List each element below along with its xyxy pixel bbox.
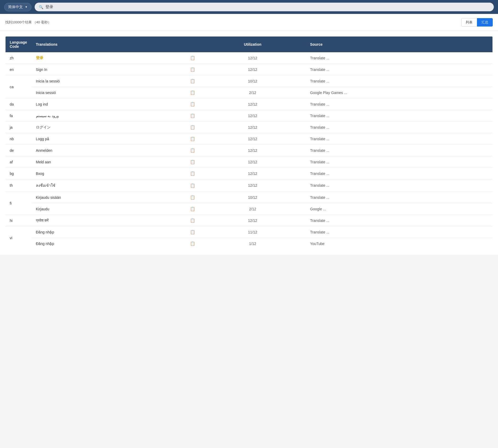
results-text: 找到10000个结果 （40 毫秒） xyxy=(5,20,51,25)
translation-text: ログイン xyxy=(36,125,188,130)
view-buttons: 列表 汇总 xyxy=(461,18,493,27)
lang-code-cell: de xyxy=(6,145,32,156)
translation-text: प्रवेश करें xyxy=(36,218,188,223)
utilization-cell: 2/12 xyxy=(199,87,306,98)
source-cell: Translate ... xyxy=(306,226,493,238)
source-cell: Translate ... xyxy=(306,110,493,122)
lang-code-cell: hi xyxy=(6,215,32,226)
chevron-down-icon: ▼ xyxy=(25,6,28,8)
lang-code-cell: ja xyxy=(6,122,32,133)
utilization-cell: 10/12 xyxy=(199,75,306,87)
translation-cell: Logg på 📋 xyxy=(32,133,199,145)
copy-icon[interactable]: 📋 xyxy=(190,195,195,200)
table-header-row: LanguageCode Translations Utilization So… xyxy=(6,37,493,53)
translation-text: Sign In xyxy=(36,67,188,72)
copy-icon[interactable]: 📋 xyxy=(190,102,195,107)
language-selector[interactable]: 简体中文 ▼ xyxy=(4,3,31,11)
copy-icon[interactable]: 📋 xyxy=(190,136,195,141)
utilization-cell: 11/12 xyxy=(199,226,306,238)
copy-icon[interactable]: 📋 xyxy=(190,171,195,176)
translation-cell: Bxog 📋 xyxy=(32,168,199,179)
translation-text: Kirjaudu xyxy=(36,207,188,211)
translation-cell: Kirjaudu 📋 xyxy=(32,203,199,215)
table-row: ca Inicia la sessió 📋 10/12Translate ... xyxy=(6,75,493,87)
utilization-cell: 12/12 xyxy=(199,122,306,133)
translation-cell: Kirjaudu sisään 📋 xyxy=(32,192,199,203)
source-cell: Google Play Games ... xyxy=(306,87,493,98)
copy-icon[interactable]: 📋 xyxy=(190,125,195,130)
view-summary-button[interactable]: 汇总 xyxy=(477,18,493,27)
utilization-cell: 12/12 xyxy=(199,52,306,64)
copy-icon[interactable]: 📋 xyxy=(190,79,195,84)
view-list-button[interactable]: 列表 xyxy=(461,18,477,27)
translation-text: ورود به سیستم xyxy=(36,114,188,118)
search-input[interactable] xyxy=(45,5,490,9)
table-row: hi प्रवेश करें 📋 12/12Translate ... xyxy=(6,215,493,226)
translation-text: Logg på xyxy=(36,137,188,141)
source-cell: Translate ... xyxy=(306,179,493,192)
source-cell: Translate ... xyxy=(306,52,493,64)
translation-text: Meld aan xyxy=(36,160,188,164)
table-row: Inicia sessió 📋 2/12Google Play Games ..… xyxy=(6,87,493,98)
lang-code-cell: da xyxy=(6,98,32,110)
lang-code-cell: fi xyxy=(6,192,32,215)
source-cell: Translate ... xyxy=(306,122,493,133)
translation-cell: Anmelden 📋 xyxy=(32,145,199,156)
lang-code-cell: vi xyxy=(6,226,32,249)
table-row: fa ورود به سیستم 📋 12/12Translate ... xyxy=(6,110,493,122)
col-header-lang-code: LanguageCode xyxy=(6,37,32,53)
copy-icon[interactable]: 📋 xyxy=(190,183,195,188)
language-label: 简体中文 xyxy=(8,5,23,9)
translation-cell: 登录 📋 xyxy=(32,52,199,64)
utilization-cell: 12/12 xyxy=(199,156,306,168)
table-row: th ลงชื่อเข้าใช้ 📋 12/12Translate ... xyxy=(6,179,493,192)
lang-code-cell: th xyxy=(6,179,32,192)
translation-cell: ログイン 📋 xyxy=(32,122,199,133)
table-row: en Sign In 📋 12/12Translate ... xyxy=(6,64,493,75)
lang-code-cell: nb xyxy=(6,133,32,145)
utilization-cell: 10/12 xyxy=(199,192,306,203)
table-row: bg Bxog 📋 12/12Translate ... xyxy=(6,168,493,179)
utilization-cell: 12/12 xyxy=(199,145,306,156)
translation-text: Inicia la sessió xyxy=(36,79,188,83)
translation-cell: ลงชื่อเข้าใช้ 📋 xyxy=(32,179,199,192)
translations-table: LanguageCode Translations Utilization So… xyxy=(5,36,493,249)
utilization-cell: 12/12 xyxy=(199,179,306,192)
source-cell: Translate ... xyxy=(306,215,493,226)
utilization-cell: 2/12 xyxy=(199,203,306,215)
search-icon: 🔍 xyxy=(39,5,43,9)
translation-cell: Inicia sessió 📋 xyxy=(32,87,199,98)
table-row: da Log ind 📋 12/12Translate ... xyxy=(6,98,493,110)
top-bar: 简体中文 ▼ 🔍 xyxy=(0,0,498,14)
lang-code-cell: af xyxy=(6,156,32,168)
copy-icon[interactable]: 📋 xyxy=(190,230,195,235)
results-bar: 找到10000个结果 （40 毫秒） 列表 汇总 xyxy=(0,14,498,31)
translation-cell: Sign In 📋 xyxy=(32,64,199,75)
translation-cell: Log ind 📋 xyxy=(32,98,199,110)
table-row: de Anmelden 📋 12/12Translate ... xyxy=(6,145,493,156)
copy-icon[interactable]: 📋 xyxy=(190,159,195,164)
source-cell: Translate ... xyxy=(306,156,493,168)
translation-cell: Inicia la sessió 📋 xyxy=(32,75,199,87)
translation-text: Kirjaudu sisään xyxy=(36,195,188,200)
source-cell: Google ... xyxy=(306,203,493,215)
copy-icon[interactable]: 📋 xyxy=(190,113,195,118)
copy-icon[interactable]: 📋 xyxy=(190,206,195,211)
copy-icon[interactable]: 📋 xyxy=(190,241,195,246)
table-row: ja ログイン 📋 12/12Translate ... xyxy=(6,122,493,133)
source-cell: Translate ... xyxy=(306,133,493,145)
utilization-cell: 12/12 xyxy=(199,110,306,122)
source-cell: Translate ... xyxy=(306,168,493,179)
search-bar: 🔍 xyxy=(35,3,494,11)
utilization-cell: 12/12 xyxy=(199,98,306,110)
table-row: Kirjaudu 📋 2/12Google ... xyxy=(6,203,493,215)
copy-icon[interactable]: 📋 xyxy=(190,148,195,153)
copy-icon[interactable]: 📋 xyxy=(190,90,195,95)
translation-cell: Đăng nhập 📋 xyxy=(32,226,199,238)
table-row: zh 登录 📋 12/12Translate ... xyxy=(6,52,493,64)
copy-icon[interactable]: 📋 xyxy=(190,218,195,223)
translation-cell: ورود به سیستم 📋 xyxy=(32,110,199,122)
copy-icon[interactable]: 📋 xyxy=(190,55,195,60)
copy-icon[interactable]: 📋 xyxy=(190,67,195,72)
utilization-cell: 12/12 xyxy=(199,133,306,145)
